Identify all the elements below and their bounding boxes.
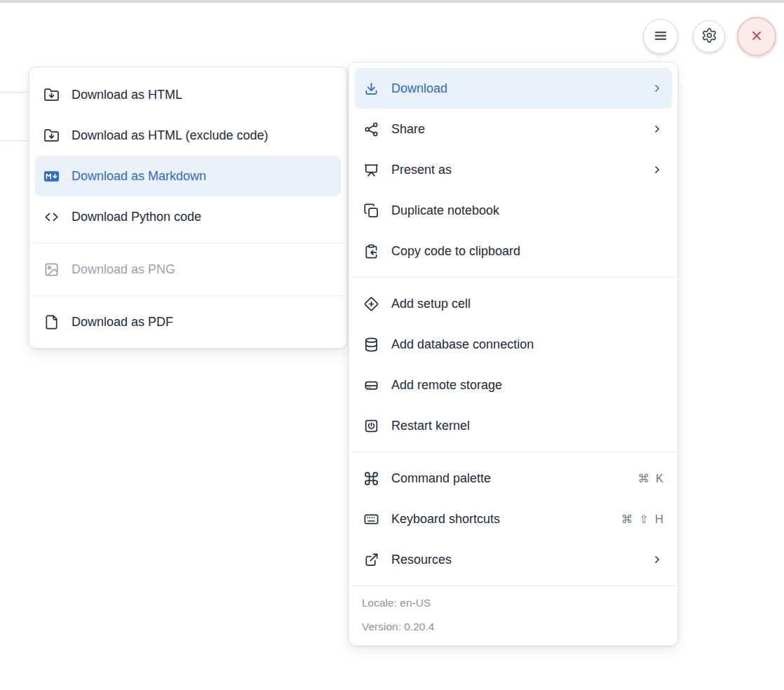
menu-item-download-as-html-exclude-code[interactable]: Download as HTML (exclude code) [35, 115, 341, 156]
menu-item-download-as-html[interactable]: Download as HTML [35, 74, 341, 115]
presentation-icon [363, 162, 379, 178]
menu-item-label: Add setup cell [391, 297, 471, 311]
chevron-right-icon [651, 82, 663, 95]
menu-item-label: Duplicate notebook [391, 203, 499, 218]
copy-icon [363, 203, 379, 219]
close-button[interactable] [737, 17, 776, 56]
background-cell-border-bottom [0, 140, 29, 141]
shortcut-hint: ⌘⇧H [621, 513, 663, 526]
menu-item-label: Command palette [391, 471, 491, 486]
menu-item-label: Download as HTML (exclude code) [72, 128, 268, 143]
menu-group: Command palette⌘KKeyboard shortcuts⌘⇧HRe… [349, 452, 677, 586]
menu-item-download-as-markdown[interactable]: Download as Markdown [35, 156, 341, 196]
chevron-right-icon [651, 553, 663, 566]
notebook-menu-button[interactable] [643, 19, 678, 54]
menu-item-label: Download as Markdown [72, 169, 206, 184]
menu-item-download[interactable]: Download [355, 68, 672, 109]
menu-item-resources[interactable]: Resources [355, 539, 672, 580]
database-icon [363, 337, 379, 353]
clipboard-copy-icon [363, 243, 379, 259]
square-power-icon [363, 418, 379, 434]
menu-item-label: Download as PDF [72, 315, 173, 330]
settings-button[interactable] [693, 20, 725, 53]
markdown-download-icon [43, 168, 60, 184]
menu-item-label: Resources [391, 553, 452, 567]
shortcut-hint: ⌘K [637, 472, 663, 485]
menu-item-duplicate-notebook[interactable]: Duplicate notebook [355, 190, 672, 231]
menu-group: Add setup cellAdd database connectionAdd… [349, 278, 677, 452]
menu-item-label: Download Python code [72, 210, 201, 224]
chevron-right-icon [651, 123, 663, 135]
menu-item-label: Download [391, 81, 447, 96]
menu-item-add-database-connection[interactable]: Add database connection [355, 324, 672, 365]
locale-text: Locale: en-US [362, 591, 665, 615]
chevron-right-icon [651, 163, 663, 176]
menu-footer: Locale: en-US Version: 0.20.4 [349, 586, 677, 645]
version-text: Version: 0.20.4 [362, 615, 665, 639]
shortcut-key: K [656, 472, 663, 485]
menu-item-restart-kernel[interactable]: Restart kernel [355, 405, 672, 446]
diamond-plus-icon [363, 296, 379, 312]
menu-group: DownloadSharePresent asDuplicate noteboo… [349, 62, 677, 277]
command-icon [363, 471, 379, 487]
share-icon [363, 121, 379, 137]
file-icon [43, 314, 60, 330]
menu-item-copy-code-to-clipboard[interactable]: Copy code to clipboard [355, 231, 672, 271]
menu-item-download-python-code[interactable]: Download Python code [35, 196, 341, 237]
shortcut-key: ⌘ [637, 472, 649, 485]
keyboard-icon [363, 511, 379, 527]
menu-item-label: Keyboard shortcuts [391, 512, 500, 527]
menu-item-label: Present as [391, 163, 452, 177]
menu-item-command-palette[interactable]: Command palette⌘K [355, 458, 672, 499]
download-submenu: Download as HTMLDownload as HTML (exclud… [29, 67, 347, 349]
menu-item-add-setup-cell[interactable]: Add setup cell [355, 283, 672, 324]
folder-down-icon [43, 87, 60, 103]
menu-item-label: Restart kernel [391, 419, 470, 433]
external-link-icon [363, 552, 379, 568]
menu-group: Download as HTMLDownload as HTML (exclud… [29, 67, 346, 243]
menu-item-label: Share [391, 122, 425, 137]
hard-drive-icon [363, 377, 379, 393]
menu-item-label: Download as PNG [72, 262, 175, 277]
gear-icon [701, 27, 717, 46]
menu-group: Download as PDF [29, 296, 346, 348]
download-icon [363, 81, 379, 97]
folder-down-icon [43, 128, 60, 144]
menu-item-keyboard-shortcuts[interactable]: Keyboard shortcuts⌘⇧H [355, 499, 672, 539]
menu-item-label: Download as HTML [72, 88, 182, 102]
notebook-actions-menu: DownloadSharePresent asDuplicate noteboo… [349, 62, 678, 646]
background-cell-border-top [0, 92, 29, 93]
menu-item-present-as[interactable]: Present as [355, 149, 672, 190]
window-top-border [0, 0, 784, 3]
image-icon [43, 262, 60, 278]
menu-item-add-remote-storage[interactable]: Add remote storage [355, 365, 672, 405]
close-icon [749, 28, 764, 46]
menu-item-download-as-png: Download as PNG [35, 249, 341, 290]
menu-item-label: Copy code to clipboard [391, 244, 520, 259]
shortcut-key: H [655, 513, 663, 526]
menu-item-download-as-pdf[interactable]: Download as PDF [35, 302, 341, 342]
menu-item-label: Add database connection [391, 337, 534, 352]
menu-item-label: Add remote storage [391, 378, 502, 393]
menu-group: Download as PNG [29, 243, 346, 295]
shortcut-key: ⇧ [639, 513, 649, 526]
menu-item-share[interactable]: Share [355, 109, 672, 149]
code-icon [43, 209, 60, 225]
hamburger-menu-icon [652, 27, 669, 46]
shortcut-key: ⌘ [621, 513, 633, 526]
